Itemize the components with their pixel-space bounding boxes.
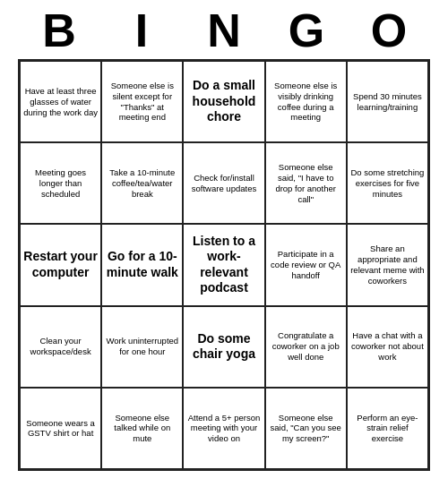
bingo-cell-7[interactable]: Check for/install software updates [183,142,264,224]
bingo-cell-24[interactable]: Perform an eye-strain relief exercise [347,388,428,469]
bingo-cell-4[interactable]: Spend 30 minutes learning/training [347,61,428,142]
bingo-cell-16[interactable]: Work uninterrupted for one hour [101,306,183,388]
bingo-cell-19[interactable]: Have a chat with a coworker not about wo… [347,306,428,388]
bingo-cell-12[interactable]: Listen to a work-relevant podcast [183,224,264,305]
bingo-cell-21[interactable]: Someone else talked while on mute [101,388,183,469]
bingo-cell-1[interactable]: Someone else is silent except for "Thank… [101,61,183,142]
cell-text-2: Do a small household chore [186,78,261,125]
cell-text-17: Do some chair yoga [186,331,261,363]
cell-text-13: Participate in a code review or QA hando… [269,249,343,281]
cell-text-6: Take a 10-minute coffee/tea/water break [105,167,179,200]
cell-text-16: Work uninterrupted for one hour [105,336,179,357]
bingo-cell-22[interactable]: Attend a 5+ person meeting with your vid… [183,388,264,469]
bingo-cell-23[interactable]: Someone else said, "Can you see my scree… [265,388,347,469]
bingo-cell-13[interactable]: Participate in a code review or QA hando… [265,224,347,305]
cell-text-5: Meeting goes longer than scheduled [23,167,98,200]
cell-text-7: Check for/install software updates [186,173,261,194]
cell-text-19: Have a chat with a coworker not about wo… [350,330,425,363]
bingo-cell-8[interactable]: Someone else said, "I have to drop for a… [265,142,347,224]
cell-text-4: Spend 30 minutes learning/training [350,91,425,113]
cell-text-22: Attend a 5+ person meeting with your vid… [186,413,261,445]
bingo-cell-10[interactable]: Restart your computer [20,224,101,305]
bingo-grid: Have at least three glasses of water dur… [18,59,430,471]
bingo-cell-14[interactable]: Share an appropriate and relevant meme w… [347,224,428,305]
bingo-cell-20[interactable]: Someone wears a GSTV shirt or hat [20,388,101,469]
cell-text-21: Someone else talked while on mute [105,413,179,445]
cell-text-10: Restart your computer [23,249,98,280]
bingo-cell-17[interactable]: Do some chair yoga [183,306,264,388]
bingo-cell-6[interactable]: Take a 10-minute coffee/tea/water break [101,142,183,224]
bingo-title: B I N G O [18,7,430,54]
cell-text-0: Have at least three glasses of water dur… [23,86,98,118]
letter-n: N [185,7,263,54]
cell-text-24: Perform an eye-strain relief exercise [350,413,425,445]
cell-text-11: Go for a 10-minute walk [105,249,179,280]
bingo-cell-9[interactable]: Do some stretching exercises for five mi… [347,142,428,224]
cell-text-9: Do some stretching exercises for five mi… [350,167,425,200]
bingo-cell-2[interactable]: Do a small household chore [183,61,264,142]
cell-text-15: Clean your workspace/desk [23,336,98,357]
cell-text-1: Someone else is silent except for "Thank… [105,81,179,124]
letter-o: O [349,7,428,54]
cell-text-8: Someone else said, "I have to drop for a… [269,162,343,205]
letter-b: B [20,7,99,54]
bingo-cell-3[interactable]: Someone else is visibly drinking coffee … [265,61,347,142]
cell-text-18: Congratulate a coworker on a job well do… [269,330,343,363]
cell-text-12: Listen to a work-relevant podcast [186,234,261,296]
cell-text-23: Someone else said, "Can you see my scree… [269,413,343,445]
letter-g: G [267,7,346,54]
bingo-cell-0[interactable]: Have at least three glasses of water dur… [20,61,101,142]
cell-text-14: Share an appropriate and relevant meme w… [350,244,425,286]
bingo-cell-5[interactable]: Meeting goes longer than scheduled [20,142,101,224]
bingo-cell-11[interactable]: Go for a 10-minute walk [101,224,183,305]
letter-i: I [102,7,181,54]
cell-text-20: Someone wears a GSTV shirt or hat [23,418,98,440]
bingo-cell-18[interactable]: Congratulate a coworker on a job well do… [265,306,347,388]
cell-text-3: Someone else is visibly drinking coffee … [269,81,343,124]
bingo-cell-15[interactable]: Clean your workspace/desk [20,306,101,388]
